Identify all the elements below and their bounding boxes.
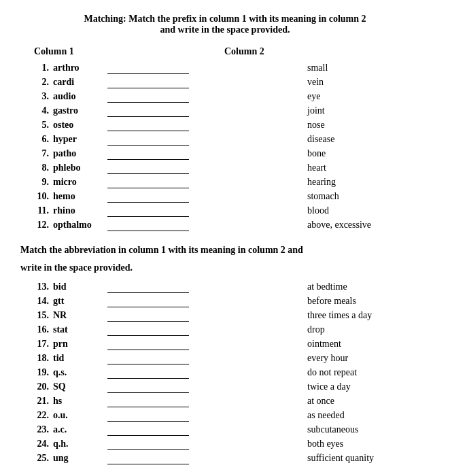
table-row: 6. hyper disease bbox=[20, 134, 430, 146]
row-number: 5. bbox=[34, 120, 53, 131]
table-row: 16. stat drop bbox=[20, 324, 430, 336]
table-row: 21. hs at once bbox=[20, 396, 430, 407]
row-term: prn bbox=[53, 339, 107, 350]
answer-line[interactable] bbox=[107, 381, 189, 393]
answer-line[interactable] bbox=[107, 367, 189, 379]
table-row: 9. micro hearing bbox=[20, 177, 430, 188]
row-meaning: vein bbox=[307, 77, 430, 88]
answer-line[interactable] bbox=[107, 148, 189, 160]
row-term: arthro bbox=[53, 63, 107, 73]
table-row: 4. gastro joint bbox=[20, 105, 430, 117]
answer-line[interactable] bbox=[107, 353, 189, 364]
answer-line[interactable] bbox=[107, 77, 189, 88]
answer-line[interactable] bbox=[107, 439, 189, 450]
table-row: 15. NR three times a day bbox=[20, 310, 430, 322]
row-number: 16. bbox=[34, 324, 53, 335]
answer-line[interactable] bbox=[107, 282, 189, 293]
row-number: 12. bbox=[34, 220, 53, 231]
row-meaning: bone bbox=[307, 148, 430, 159]
answer-line[interactable] bbox=[107, 120, 189, 131]
answer-line[interactable] bbox=[107, 163, 189, 174]
answer-line[interactable] bbox=[107, 339, 189, 350]
row-term: q.s. bbox=[53, 367, 107, 378]
row-number: 17. bbox=[34, 339, 53, 350]
row-meaning: joint bbox=[307, 105, 430, 116]
answer-line[interactable] bbox=[107, 310, 189, 322]
row-meaning: every hour bbox=[307, 353, 430, 364]
row-meaning: nose bbox=[307, 120, 430, 131]
row-term: ung bbox=[53, 453, 107, 464]
row-number: 15. bbox=[34, 310, 53, 321]
answer-line[interactable] bbox=[107, 396, 189, 407]
row-term: gastro bbox=[53, 105, 107, 116]
answer-line[interactable] bbox=[107, 105, 189, 117]
answer-line[interactable] bbox=[107, 134, 189, 146]
row-number: 4. bbox=[34, 105, 53, 116]
title-block: Matching: Match the prefix in column 1 w… bbox=[20, 14, 430, 35]
column-headers: Column 1 Column 2 bbox=[20, 46, 430, 57]
section2-title-line2: write in the space provided. bbox=[20, 262, 430, 273]
answer-line[interactable] bbox=[107, 191, 189, 203]
table-row: 20. SQ twice a day bbox=[20, 381, 430, 393]
title-line2: and write in the space provided. bbox=[20, 24, 430, 35]
row-meaning: sufficient quanity bbox=[307, 453, 430, 464]
row-meaning: blood bbox=[307, 205, 430, 216]
table-row: 7. patho bone bbox=[20, 148, 430, 160]
answer-line[interactable] bbox=[107, 220, 189, 231]
row-meaning: hearing bbox=[307, 177, 430, 188]
row-meaning: stomach bbox=[307, 191, 430, 202]
table-row: 22. o.u. as needed bbox=[20, 410, 430, 422]
row-number: 21. bbox=[34, 396, 53, 407]
row-number: 13. bbox=[34, 282, 53, 292]
row-term: patho bbox=[53, 148, 107, 159]
row-number: 6. bbox=[34, 134, 53, 145]
table-row: 1. arthro small bbox=[20, 63, 430, 74]
row-number: 24. bbox=[34, 439, 53, 449]
row-term: hyper bbox=[53, 134, 107, 145]
table-row: 13. bid at bedtime bbox=[20, 282, 430, 293]
title-line1: Matching: Match the prefix in column 1 w… bbox=[20, 14, 430, 24]
row-meaning: at bedtime bbox=[307, 282, 430, 292]
section2-title-line1: Match the abbreviation in column 1 with … bbox=[20, 245, 430, 256]
table-row: 17. prn ointment bbox=[20, 339, 430, 350]
row-number: 10. bbox=[34, 191, 53, 202]
col1-header: Column 1 bbox=[34, 46, 224, 57]
table-row: 2. cardi vein bbox=[20, 77, 430, 88]
answer-line[interactable] bbox=[107, 424, 189, 436]
table-row: 3. audio eye bbox=[20, 91, 430, 103]
row-number: 8. bbox=[34, 163, 53, 173]
row-number: 1. bbox=[34, 63, 53, 73]
row-term: o.u. bbox=[53, 410, 107, 421]
row-meaning: above, excessive bbox=[307, 220, 430, 231]
row-meaning: three times a day bbox=[307, 310, 430, 321]
answer-line[interactable] bbox=[107, 296, 189, 307]
row-term: q.h. bbox=[53, 439, 107, 449]
row-meaning: do not repeat bbox=[307, 367, 430, 378]
row-meaning: small bbox=[307, 63, 430, 73]
row-term: SQ bbox=[53, 381, 107, 392]
row-meaning: as needed bbox=[307, 410, 430, 421]
row-number: 22. bbox=[34, 410, 53, 421]
answer-line[interactable] bbox=[107, 63, 189, 74]
row-term: opthalmo bbox=[53, 220, 107, 231]
answer-line[interactable] bbox=[107, 177, 189, 188]
row-term: hemo bbox=[53, 191, 107, 202]
row-number: 18. bbox=[34, 353, 53, 364]
row-meaning: heart bbox=[307, 163, 430, 173]
row-number: 23. bbox=[34, 424, 53, 435]
table-row: 14. gtt before meals bbox=[20, 296, 430, 307]
row-number: 11. bbox=[34, 205, 53, 216]
answer-line[interactable] bbox=[107, 453, 189, 464]
answer-line[interactable] bbox=[107, 324, 189, 336]
table-row: 12. opthalmo above, excessive bbox=[20, 220, 430, 231]
answer-line[interactable] bbox=[107, 91, 189, 103]
table-row: 23. a.c. subcutaneous bbox=[20, 424, 430, 436]
answer-line[interactable] bbox=[107, 205, 189, 217]
row-term: stat bbox=[53, 324, 107, 335]
row-number: 9. bbox=[34, 177, 53, 188]
row-meaning: drop bbox=[307, 324, 430, 335]
answer-line[interactable] bbox=[107, 410, 189, 422]
row-meaning: at once bbox=[307, 396, 430, 407]
table-row: 24. q.h. both eyes bbox=[20, 439, 430, 450]
table-row: 8. phlebo heart bbox=[20, 163, 430, 174]
